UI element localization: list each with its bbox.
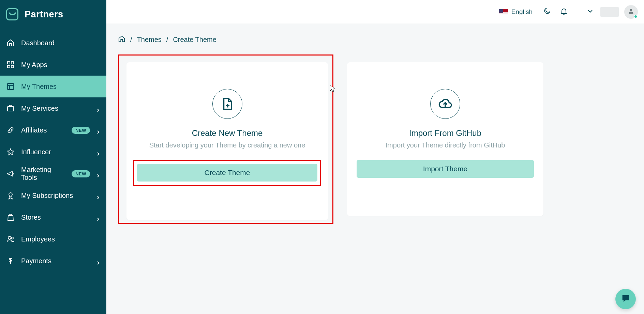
sidebar-item-employees[interactable]: Employees bbox=[0, 228, 106, 250]
home-icon bbox=[6, 38, 15, 47]
main: English bbox=[106, 0, 644, 314]
account-placeholder bbox=[600, 7, 619, 17]
import-theme-title: Import From GitHub bbox=[357, 128, 534, 138]
apps-icon bbox=[6, 60, 15, 69]
sidebar-item-my-subscriptions[interactable]: My Subscriptions bbox=[0, 185, 106, 206]
import-theme-button-wrap: Import Theme bbox=[357, 160, 534, 178]
sidebar-item-label: My Services bbox=[21, 105, 90, 112]
home-icon bbox=[118, 36, 125, 44]
svg-point-11 bbox=[630, 9, 632, 11]
link-icon bbox=[6, 126, 15, 135]
create-theme-title: Create New Theme bbox=[136, 128, 318, 138]
sidebar-item-label: My Subscriptions bbox=[21, 192, 90, 200]
sidebar-item-label: Influencer bbox=[21, 148, 90, 156]
chat-widget[interactable] bbox=[615, 289, 636, 309]
sidebar-item-my-apps[interactable]: My Apps bbox=[0, 54, 106, 76]
sidebar-item-label: Payments bbox=[21, 257, 90, 265]
sidebar-item-influencer[interactable]: Influencer bbox=[0, 141, 106, 163]
bag-icon bbox=[6, 213, 15, 222]
import-theme-subtitle: Import your Theme directly from GitHub bbox=[357, 141, 534, 149]
breadcrumb-separator: / bbox=[166, 36, 168, 44]
cloud-upload-icon bbox=[430, 89, 460, 119]
bell-icon bbox=[560, 7, 568, 17]
svg-rect-4 bbox=[8, 83, 14, 90]
sidebar-item-label: Marketing Tools bbox=[21, 166, 65, 182]
chevron-right-icon bbox=[96, 259, 100, 263]
breadcrumb-home[interactable] bbox=[118, 35, 125, 44]
sidebar-item-my-services[interactable]: My Services bbox=[0, 97, 106, 119]
create-theme-button-highlight: Create Theme bbox=[133, 160, 321, 186]
brand: Partners bbox=[0, 0, 106, 32]
star-icon bbox=[6, 147, 15, 156]
chevron-right-icon bbox=[96, 215, 100, 219]
file-plus-icon bbox=[212, 89, 242, 119]
sidebar-item-payments[interactable]: Payments bbox=[0, 250, 106, 272]
user-avatar[interactable] bbox=[624, 5, 638, 19]
account-dropdown[interactable] bbox=[583, 5, 597, 19]
cards-row: Create New Theme Start developing your T… bbox=[118, 54, 632, 224]
language-selector[interactable]: English bbox=[499, 8, 537, 16]
svg-point-9 bbox=[8, 236, 11, 239]
sidebar-item-affiliates[interactable]: Affiliates NEW bbox=[0, 119, 106, 141]
brand-title: Partners bbox=[25, 9, 63, 20]
megaphone-icon bbox=[6, 169, 15, 178]
users-icon bbox=[6, 235, 15, 244]
svg-rect-1 bbox=[11, 62, 14, 64]
sidebar-item-label: Stores bbox=[21, 214, 90, 221]
sidebar-item-dashboard[interactable]: Dashboard bbox=[0, 32, 106, 54]
sidebar-item-label: Dashboard bbox=[21, 39, 100, 47]
layout-icon bbox=[6, 82, 15, 91]
sidebar-item-label: My Apps bbox=[21, 61, 100, 69]
sidebar-item-stores[interactable]: Stores bbox=[0, 206, 106, 228]
create-theme-subtitle: Start developing your Theme by creating … bbox=[136, 141, 318, 149]
svg-rect-0 bbox=[8, 62, 10, 64]
sidebar-item-label: Affiliates bbox=[21, 126, 65, 134]
award-icon bbox=[6, 191, 15, 200]
svg-rect-2 bbox=[8, 65, 10, 68]
topbar: English bbox=[106, 0, 644, 23]
chevron-right-icon bbox=[96, 193, 100, 198]
chevron-right-icon bbox=[96, 128, 100, 132]
breadcrumb-themes[interactable]: Themes bbox=[137, 36, 162, 44]
chevron-right-icon bbox=[96, 172, 100, 176]
svg-rect-3 bbox=[11, 65, 14, 68]
svg-rect-7 bbox=[8, 107, 14, 111]
sidebar-item-my-themes[interactable]: My Themes bbox=[0, 76, 106, 97]
status-online-icon bbox=[634, 15, 638, 18]
flag-us-icon bbox=[499, 9, 508, 15]
chevron-down-icon bbox=[586, 7, 594, 17]
dark-mode-toggle[interactable] bbox=[540, 5, 554, 19]
page-content: / Themes / Create Theme Create New Theme… bbox=[106, 23, 644, 224]
import-theme-button[interactable]: Import Theme bbox=[357, 160, 534, 178]
sidebar-nav: Dashboard My Apps My Themes My Services bbox=[0, 32, 106, 272]
chat-icon bbox=[621, 294, 630, 304]
new-badge: NEW bbox=[72, 127, 90, 134]
breadcrumb-current: Create Theme bbox=[173, 36, 216, 44]
breadcrumb: / Themes / Create Theme bbox=[118, 35, 632, 54]
create-theme-card-highlight: Create New Theme Start developing your T… bbox=[118, 54, 333, 224]
cursor-icon bbox=[329, 84, 335, 94]
chevron-right-icon bbox=[96, 150, 100, 154]
brand-logo-icon bbox=[6, 8, 18, 20]
dollar-icon bbox=[6, 256, 15, 265]
breadcrumb-separator: / bbox=[130, 36, 132, 44]
new-badge: NEW bbox=[72, 170, 90, 177]
chevron-right-icon bbox=[96, 106, 100, 110]
import-theme-card: Import From GitHub Import your Theme dir… bbox=[347, 62, 543, 216]
create-theme-button[interactable]: Create Theme bbox=[137, 164, 317, 182]
language-label: English bbox=[511, 8, 533, 16]
moon-icon bbox=[543, 7, 551, 17]
divider bbox=[577, 5, 577, 18]
sidebar-item-label: My Themes bbox=[21, 83, 100, 91]
sidebar-item-label: Employees bbox=[21, 235, 100, 243]
notifications-button[interactable] bbox=[557, 5, 571, 19]
sidebar: Partners Dashboard My Apps My Themes bbox=[0, 0, 106, 314]
sidebar-item-marketing-tools[interactable]: Marketing Tools NEW bbox=[0, 163, 106, 185]
svg-point-10 bbox=[11, 237, 13, 239]
svg-point-8 bbox=[9, 193, 12, 196]
briefcase-icon bbox=[6, 104, 15, 113]
user-icon bbox=[628, 8, 634, 16]
import-theme-card-wrap: Import From GitHub Import your Theme dir… bbox=[347, 54, 543, 224]
create-theme-card: Create New Theme Start developing your T… bbox=[126, 62, 328, 220]
